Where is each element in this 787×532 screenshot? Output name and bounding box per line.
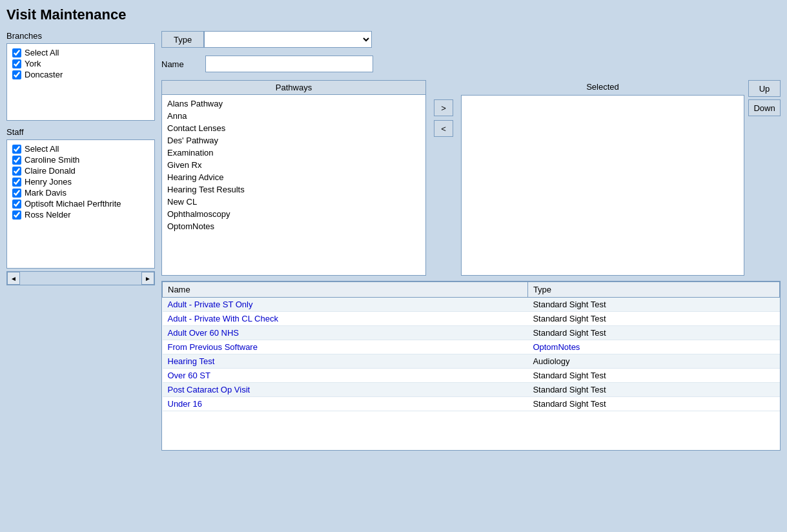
move-right-button[interactable]: > (434, 99, 453, 116)
pathways-header: Pathways (161, 80, 426, 95)
branch-checkbox-select-all-branch[interactable] (12, 48, 21, 57)
visit-table: Name Type Adult - Private ST OnlyStandar… (162, 281, 780, 411)
table-cell-type: Standard Sight Test (527, 326, 779, 340)
table-cell-type: Standard Sight Test (527, 383, 779, 397)
selected-content: Selected (461, 80, 744, 276)
staff-item-caroline-smith[interactable]: Caroline Smith (12, 155, 149, 165)
scroll-track (20, 272, 141, 285)
table-cell-name: Adult - Private ST Only (163, 298, 528, 312)
pathway-item[interactable]: Given Rx (163, 159, 424, 171)
staff-label-optisoft-michael: Optisoft Michael Perfthrite (25, 199, 121, 209)
right-panel: Type Name Pathways Alans PathwayAnnaCont… (161, 31, 781, 451)
table-row[interactable]: Adult Over 60 NHSStandard Sight Test (163, 326, 780, 340)
table-cell-name: Adult - Private With CL Check (163, 312, 528, 326)
staff-item-optisoft-michael[interactable]: Optisoft Michael Perfthrite (12, 199, 149, 209)
table-row[interactable]: Hearing TestAudiology (163, 354, 780, 369)
pathway-item[interactable]: Anna (163, 110, 424, 122)
branch-label-doncaster: Doncaster (25, 70, 63, 79)
branch-label-york: York (25, 59, 41, 68)
name-row: Name (161, 56, 781, 72)
page-title: Visit Maintenance (6, 6, 781, 23)
table-header-row: Name Type (163, 282, 780, 298)
pathways-selected-row: Pathways Alans PathwayAnnaContact Lenses… (161, 80, 781, 276)
staff-label-caroline-smith: Caroline Smith (25, 155, 79, 165)
table-cell-name: Over 60 ST (163, 369, 528, 383)
staff-list: Select AllCaroline SmithClaire DonaldHen… (6, 139, 155, 269)
up-button[interactable]: Up (748, 80, 781, 97)
pathways-panel: Pathways Alans PathwayAnnaContact Lenses… (161, 80, 426, 276)
name-input[interactable] (205, 56, 373, 72)
branch-checkbox-doncaster[interactable] (12, 70, 21, 79)
name-label: Name (161, 59, 200, 69)
staff-checkbox-select-all-staff[interactable] (12, 145, 21, 154)
table-cell-name: From Previous Software (163, 340, 528, 354)
branches-label: Branches (6, 31, 155, 41)
staff-label-mark-davis: Mark Davis (25, 188, 66, 198)
table-cell-type: Standard Sight Test (527, 397, 779, 411)
table-cell-type: Standard Sight Test (527, 369, 779, 383)
type-button[interactable]: Type (161, 31, 204, 48)
type-select[interactable] (204, 31, 372, 48)
branch-checkbox-york[interactable] (12, 59, 21, 68)
up-down-buttons: Up Down (748, 80, 781, 116)
scroll-right-button[interactable]: ► (141, 272, 154, 285)
pathway-item[interactable]: Hearing Advice (163, 171, 424, 183)
selected-header: Selected (461, 80, 744, 94)
staff-checkbox-henry-jones[interactable] (12, 178, 21, 187)
staff-item-select-all-staff[interactable]: Select All (12, 144, 149, 154)
staff-checkbox-optisoft-michael[interactable] (12, 200, 21, 209)
staff-label-select-all-staff: Select All (25, 144, 59, 154)
staff-item-mark-davis[interactable]: Mark Davis (12, 188, 149, 198)
pathway-item[interactable]: New CL (163, 196, 424, 208)
visit-table-container: Name Type Adult - Private ST OnlyStandar… (161, 281, 781, 451)
table-cell-type: Audiology (527, 354, 779, 369)
selected-box (461, 95, 744, 276)
pathway-item[interactable]: OptomNotes (163, 220, 424, 232)
table-cell-name: Under 16 (163, 397, 528, 411)
table-row[interactable]: Adult - Private With CL CheckStandard Si… (163, 312, 780, 326)
table-empty-space (162, 411, 780, 450)
move-left-button[interactable]: < (434, 120, 453, 137)
table-row[interactable]: Over 60 STStandard Sight Test (163, 369, 780, 383)
pathway-item[interactable]: Examination (163, 147, 424, 159)
branch-label-select-all-branch: Select All (25, 48, 59, 57)
pathway-item[interactable]: Hearing Test Results (163, 183, 424, 196)
pathway-item[interactable]: Alans Pathway (163, 97, 424, 110)
left-panel: Branches Select AllYorkDoncaster Staff S… (6, 31, 155, 285)
staff-item-claire-donald[interactable]: Claire Donald (12, 166, 149, 176)
table-row[interactable]: Post Cataract Op VisitStandard Sight Tes… (163, 383, 780, 397)
horizontal-scrollbar[interactable]: ◄ ► (6, 271, 155, 285)
table-row[interactable]: Under 16Standard Sight Test (163, 397, 780, 411)
col-name-header: Name (163, 282, 528, 298)
table-row[interactable]: From Previous SoftwareOptomNotes (163, 340, 780, 354)
staff-label-ross-nelder: Ross Nelder (25, 210, 71, 220)
branch-item-doncaster[interactable]: Doncaster (12, 70, 149, 79)
branch-item-york[interactable]: York (12, 59, 149, 68)
col-type-header: Type (527, 282, 779, 298)
table-row[interactable]: Adult - Private ST OnlyStandard Sight Te… (163, 298, 780, 312)
branch-item-select-all-branch[interactable]: Select All (12, 48, 149, 57)
arrow-buttons: > < (433, 80, 455, 137)
table-cell-name: Hearing Test (163, 354, 528, 369)
staff-checkbox-mark-davis[interactable] (12, 189, 21, 198)
table-cell-type: Standard Sight Test (527, 312, 779, 326)
pathways-list[interactable]: Alans PathwayAnnaContact LensesDes' Path… (161, 95, 426, 276)
staff-checkbox-caroline-smith[interactable] (12, 156, 21, 165)
staff-checkbox-ross-nelder[interactable] (12, 210, 21, 220)
selected-area-wrapper: Selected Up Down (461, 80, 781, 276)
staff-checkbox-claire-donald[interactable] (12, 167, 21, 176)
staff-item-henry-jones[interactable]: Henry Jones (12, 177, 149, 187)
pathway-item[interactable]: Ophthalmoscopy (163, 208, 424, 220)
table-cell-name: Adult Over 60 NHS (163, 326, 528, 340)
down-button[interactable]: Down (748, 99, 781, 116)
pathway-item[interactable]: Des' Pathway (163, 134, 424, 147)
staff-item-ross-nelder[interactable]: Ross Nelder (12, 210, 149, 220)
branches-list: Select AllYorkDoncaster (6, 43, 155, 121)
type-row: Type (161, 31, 781, 48)
pathway-item[interactable]: Contact Lenses (163, 122, 424, 134)
staff-label-henry-jones: Henry Jones (25, 177, 72, 187)
table-cell-name: Post Cataract Op Visit (163, 383, 528, 397)
staff-label-claire-donald: Claire Donald (25, 166, 76, 176)
scroll-left-button[interactable]: ◄ (7, 272, 20, 285)
visit-table-body: Adult - Private ST OnlyStandard Sight Te… (163, 298, 780, 411)
